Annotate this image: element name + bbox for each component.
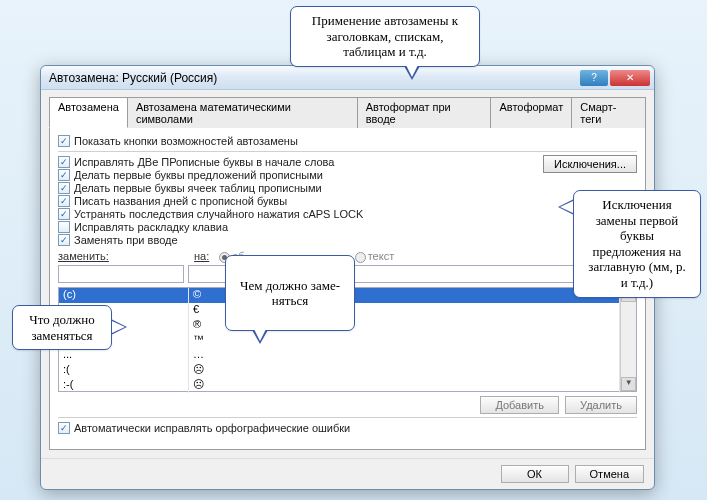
radio-icon xyxy=(355,252,366,263)
checkbox-first-cell[interactable]: ✓Делать первые буквы ячеек таблиц пропис… xyxy=(58,182,535,194)
checkbox-label: Исправлять ДВе ПРописные буквы в начале … xyxy=(74,156,334,168)
replace-input[interactable] xyxy=(58,265,184,283)
checkbox-label: Делать первые буквы ячеек таблиц прописн… xyxy=(74,182,322,194)
checkbox-auto-spell[interactable]: ✓ Автоматически исправлять орфографическ… xyxy=(58,422,637,434)
callout-tail xyxy=(252,330,268,344)
callout-right-text: Исключения замены первой буквы предложен… xyxy=(588,197,685,290)
checkbox-icon: ✓ xyxy=(58,422,70,434)
separator xyxy=(58,151,637,152)
checkbox-first-sentence[interactable]: ✓Делать первые буквы предложений прописн… xyxy=(58,169,535,181)
cell-to: ☹ xyxy=(189,378,620,393)
callout-left-text: Что должно заменяться xyxy=(29,312,95,343)
delete-button[interactable]: Удалить xyxy=(565,396,637,414)
radio-formatted-text[interactable]: текст xyxy=(355,250,395,263)
correction-options-row: ✓Исправлять ДВе ПРописные буквы в начале… xyxy=(58,155,637,247)
tabs: Автозамена Автозамена математическими си… xyxy=(41,90,654,127)
callout-tail xyxy=(404,66,420,80)
cell-from: :-( xyxy=(59,378,189,393)
cell-to: ☹ xyxy=(189,363,620,378)
checkbox-label: Исправлять раскладку клавиа xyxy=(74,221,228,233)
checkbox-label: Автоматически исправлять орфографические… xyxy=(74,422,350,434)
list-item[interactable]: :-(☹ xyxy=(59,378,620,393)
replace-label: заменить: xyxy=(58,250,184,262)
checkbox-label: Показать кнопки возможностей автозамены xyxy=(74,135,298,147)
add-button[interactable]: Добавить xyxy=(480,396,559,414)
checkbox-icon: ✓ xyxy=(58,169,70,181)
titlebar[interactable]: Автозамена: Русский (Россия) ? ✕ xyxy=(41,66,654,90)
close-button[interactable]: ✕ xyxy=(610,70,650,86)
correction-options: ✓Исправлять ДВе ПРописные буквы в начале… xyxy=(58,155,535,247)
cancel-button[interactable]: Отмена xyxy=(575,465,644,483)
scroll-down-icon[interactable]: ▼ xyxy=(621,377,636,391)
checkbox-icon: ✓ xyxy=(58,195,70,207)
callout-tail xyxy=(111,319,127,335)
tab-autoformat-typing[interactable]: Автоформат при вводе xyxy=(357,97,492,128)
callout-right: Исключения замены первой буквы предложен… xyxy=(573,190,701,298)
checkbox-show-buttons[interactable]: ✓ Показать кнопки возможностей автозамен… xyxy=(58,135,637,147)
window-buttons: ? ✕ xyxy=(580,70,650,86)
checkbox-label: Заменять при вводе xyxy=(74,234,178,246)
separator xyxy=(58,417,637,418)
with-label: на: xyxy=(194,250,209,262)
list-item[interactable]: :(☹ xyxy=(59,363,620,378)
ok-button[interactable]: ОК xyxy=(501,465,569,483)
checkbox-label: Делать первые буквы предложений прописны… xyxy=(74,169,323,181)
checkbox-icon: ✓ xyxy=(58,135,70,147)
checkbox-icon: ✓ xyxy=(58,182,70,194)
checkbox-label: Устранять последствия случайного нажатия… xyxy=(74,208,363,220)
checkbox-day-names[interactable]: ✓Писать названия дней с прописной буквы xyxy=(58,195,535,207)
cell-from: (c) xyxy=(59,288,189,303)
checkbox-icon: ✓ xyxy=(58,156,70,168)
exceptions-button[interactable]: Исключения... xyxy=(543,155,637,173)
checkbox-label: Писать названия дней с прописной буквы xyxy=(74,195,287,207)
checkbox-icon: ✓ xyxy=(58,234,70,246)
callout-top: Применение автозамены к заголовкам, спис… xyxy=(290,6,480,67)
tab-smart-tags[interactable]: Смарт-теги xyxy=(571,97,646,128)
checkbox-two-caps[interactable]: ✓Исправлять ДВе ПРописные буквы в начале… xyxy=(58,156,535,168)
checkbox-icon: ✓ xyxy=(58,208,70,220)
list-item[interactable]: ...… xyxy=(59,348,620,363)
checkbox-replace-on-type[interactable]: ✓Заменять при вводе xyxy=(58,234,535,246)
callout-middle: Чем должно заме- няться xyxy=(225,255,355,331)
cell-to: … xyxy=(189,348,620,363)
checkbox-keyboard-layout[interactable]: ✓Исправлять раскладку клавиа xyxy=(58,221,535,233)
list-item[interactable]: (tm)™ xyxy=(59,333,620,348)
window-title: Автозамена: Русский (Россия) xyxy=(49,71,580,85)
callout-tail xyxy=(558,199,574,215)
callout-top-text: Применение автозамены к заголовкам, спис… xyxy=(312,13,458,59)
callout-left: Что должно заменяться xyxy=(12,305,112,350)
list-buttons: Добавить Удалить xyxy=(58,396,637,414)
tab-math-autocorrect[interactable]: Автозамена математическими символами xyxy=(127,97,358,128)
cell-from: :( xyxy=(59,363,189,378)
callout-middle-text: Чем должно заме- няться xyxy=(240,278,340,309)
scrollbar[interactable]: ▲ ▼ xyxy=(620,288,636,391)
tab-autocorrect[interactable]: Автозамена xyxy=(49,97,128,128)
tab-autoformat[interactable]: Автоформат xyxy=(490,97,572,128)
help-button[interactable]: ? xyxy=(580,70,608,86)
dialog-footer: ОК Отмена xyxy=(41,458,654,489)
checkbox-icon: ✓ xyxy=(58,221,70,233)
checkbox-caps-lock[interactable]: ✓Устранять последствия случайного нажати… xyxy=(58,208,535,220)
